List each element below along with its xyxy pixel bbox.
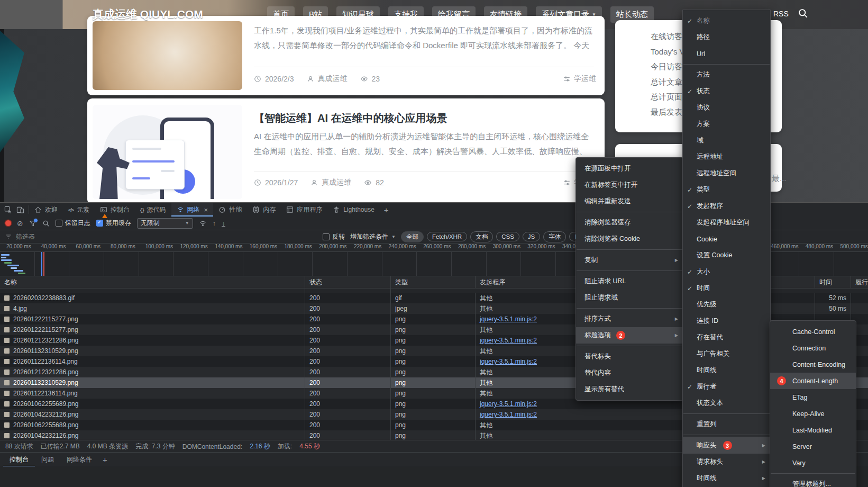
menu-item[interactable]: 远程地址	[683, 149, 770, 165]
more-filters-button[interactable]: 增加筛选条件▼	[350, 232, 396, 241]
menu-item[interactable]: 编辑并重新发送	[576, 193, 683, 210]
menu-item[interactable]: 存在替代	[683, 329, 770, 346]
search-network-icon[interactable]	[42, 220, 50, 227]
column-header-status[interactable]: 状态	[305, 276, 390, 288]
filter-pill[interactable]: 全部	[401, 231, 424, 242]
import-har-icon[interactable]: ↑	[213, 219, 216, 227]
menu-item[interactable]: 时间线	[683, 362, 770, 378]
menu-item[interactable]: 远程地址空间	[683, 165, 770, 182]
menu-item[interactable]: 替代内容	[576, 365, 683, 381]
more-tabs-button[interactable]: +	[380, 205, 393, 214]
nav-item[interactable]: 知识星球	[336, 6, 380, 23]
menu-item[interactable]: 方案	[683, 116, 770, 132]
column-header-time[interactable]: 时间	[815, 276, 851, 288]
filter-toggle-icon[interactable]	[29, 220, 36, 227]
preserve-log-checkbox[interactable]: 保留日志	[56, 219, 90, 228]
menu-item[interactable]: 标题选项 2 ▶	[576, 327, 683, 344]
inspect-element-icon[interactable]	[4, 206, 12, 214]
request-initiator[interactable]: 其他	[480, 368, 492, 377]
article-author[interactable]: 真成运维	[318, 74, 348, 84]
menu-item[interactable]: 替代标头	[576, 348, 683, 365]
devtools-tab[interactable]: 性能	[213, 203, 247, 217]
devtools-tab[interactable]: 欢迎	[29, 203, 63, 217]
menu-item[interactable]: Url	[683, 46, 770, 62]
menu-item[interactable]: Cache-Control	[770, 323, 856, 340]
request-initiator[interactable]: jquery-3.5.1.min.js:2	[480, 315, 537, 323]
nav-item[interactable]: 友情链接	[484, 6, 527, 23]
menu-item[interactable]: 路径	[683, 29, 770, 46]
filter-pill[interactable]: 文档	[470, 231, 493, 242]
menu-item[interactable]: Content-Encoding	[770, 356, 856, 373]
request-initiator[interactable]: 其他	[480, 294, 492, 303]
nav-item[interactable]: B站	[303, 6, 328, 23]
filter-input[interactable]	[15, 232, 317, 241]
clear-button[interactable]: ⊘	[17, 220, 23, 227]
search-icon[interactable]	[798, 8, 808, 19]
menu-item[interactable]: 阻止请求域	[576, 290, 683, 306]
filter-pill[interactable]: CSS	[496, 232, 519, 241]
invert-checkbox[interactable]: 反转	[323, 232, 345, 241]
devtools-tab[interactable]: Lighthouse	[327, 203, 380, 217]
request-initiator[interactable]: 其他	[480, 347, 492, 356]
article-card[interactable]: 【智能运维】AI 在运维中的核心应用场景 AI 在运维中的应用已从单一的辅助分析…	[87, 98, 605, 204]
menu-item[interactable]: Server	[770, 438, 856, 455]
drawer-tab[interactable]: 控制台	[3, 453, 35, 467]
menu-item[interactable]: 时间线 ▶	[683, 470, 770, 486]
menu-item[interactable]: 复制 ▶	[576, 252, 683, 268]
menu-item[interactable]: 优先级	[683, 296, 770, 313]
menu-item[interactable]: Keep-Alive	[770, 405, 856, 422]
request-initiator[interactable]: 其他	[480, 431, 492, 440]
menu-item[interactable]: 连接 ID	[683, 313, 770, 329]
menu-item[interactable]: 清除浏览器缓存	[576, 214, 683, 231]
nav-item[interactable]: 首页	[267, 6, 295, 23]
article-author[interactable]: 真成运维	[322, 178, 351, 187]
devtools-tab[interactable]: 内存	[247, 203, 281, 217]
menu-item[interactable]: Connection	[770, 340, 856, 356]
menu-item[interactable]: 在源面板中打开	[576, 160, 683, 177]
menu-item[interactable]: ✓ 时间	[683, 280, 770, 296]
menu-item[interactable]: Vary	[770, 455, 856, 471]
filter-pill[interactable]: JS	[523, 232, 540, 241]
menu-item[interactable]: ETag	[770, 389, 856, 405]
filter-pill[interactable]: 字体	[543, 231, 566, 242]
drawer-tab[interactable]: 问题	[35, 453, 60, 467]
menu-item[interactable]: 请求标头 ▶	[683, 454, 770, 470]
article-title[interactable]: 【智能运维】AI 在运维中的核心应用场景	[254, 111, 447, 125]
menu-item[interactable]: 重置列	[683, 416, 770, 432]
request-initiator[interactable]: 其他	[480, 378, 492, 387]
menu-item[interactable]: ✓ 发起程序	[683, 198, 770, 214]
menu-item[interactable]: 方法	[683, 67, 770, 83]
menu-item[interactable]: ✓ 类型	[683, 182, 770, 198]
menu-item[interactable]: Last-Modified	[770, 422, 856, 438]
devtools-tab[interactable]: { } 源代码	[135, 203, 171, 217]
menu-item[interactable]: 协议	[683, 100, 770, 116]
menu-item[interactable]: ✓ 名称	[683, 13, 770, 29]
menu-item[interactable]: ✓ 状态	[683, 83, 770, 100]
column-header-type[interactable]: 类型	[390, 276, 475, 288]
disable-cache-checkbox[interactable]: 禁用缓存	[96, 219, 131, 228]
filter-pill[interactable]: Fetch/XHR	[427, 232, 467, 241]
article-tag[interactable]: 学运维	[574, 74, 596, 84]
menu-item[interactable]: 状态文本	[683, 395, 770, 411]
devtools-tab[interactable]: 应用程序	[281, 203, 327, 217]
menu-item[interactable]: 发起程序地址空间	[683, 214, 770, 231]
menu-item[interactable]: 显示所有替代	[576, 381, 683, 398]
menu-item[interactable]: 设置 Cookie	[683, 247, 770, 264]
throttling-dropdown[interactable]: 无限制▼	[137, 218, 193, 229]
devtools-tab[interactable]: 网络 ×	[171, 203, 214, 217]
nav-item[interactable]: 系列文章目录 ▼	[536, 6, 602, 23]
request-initiator[interactable]: jquery-3.5.1.min.js:2	[480, 358, 537, 365]
menu-item[interactable]: 4 Content-Length	[770, 373, 856, 389]
menu-item[interactable]: 阻止请求 URL	[576, 273, 683, 290]
menu-item[interactable]: 响应头 3 ▶	[683, 437, 770, 454]
nav-item[interactable]: 站长动态	[610, 6, 654, 23]
menu-item[interactable]: ✓ 履行者	[683, 378, 770, 395]
add-drawer-tab-button[interactable]: +	[98, 455, 112, 464]
devtools-tab[interactable]: </> 元素	[63, 203, 95, 217]
menu-item[interactable]: 在新标签页中打开	[576, 177, 683, 193]
record-button[interactable]	[5, 220, 11, 226]
menu-item[interactable]: 排序方式 ▶	[576, 311, 683, 327]
request-initiator[interactable]: 其他	[480, 326, 492, 335]
request-initiator[interactable]: jquery-3.5.1.min.js:2	[480, 411, 537, 418]
request-initiator[interactable]: 其他	[480, 389, 492, 398]
